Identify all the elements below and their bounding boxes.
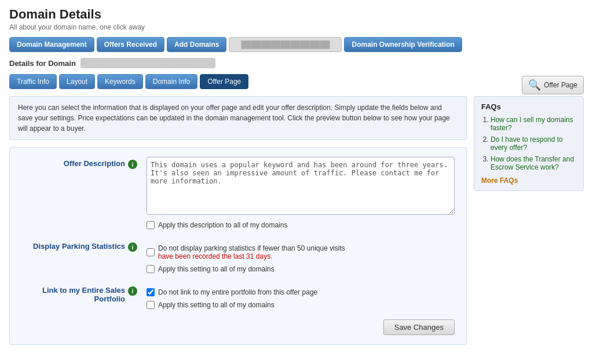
form-panel: Offer Description i This domain uses a p… [9, 147, 467, 345]
display-parking-apply-all-label: Apply this setting to all of my domains [158, 265, 274, 273]
parking-note: have been recorded the last 31 days. [158, 252, 272, 260]
display-parking-no-display-row: Do not display parking statistics if few… [147, 244, 455, 260]
link-portfolio-no-link-checkbox[interactable] [147, 288, 155, 296]
page-title: Domain Details [9, 7, 584, 22]
main-content: Here you can select the information that… [9, 96, 584, 345]
link-portfolio-row: Link to my Entire Sales Portfolio i Do n… [21, 284, 455, 309]
add-domains-button[interactable]: Add Domains [167, 37, 226, 52]
details-label: Details for Domain [9, 59, 76, 68]
top-nav: Domain Management Offers Received Add Do… [9, 37, 584, 52]
display-parking-apply-all-row: Apply this setting to all of my domains [147, 265, 455, 273]
offer-description-info-icon[interactable]: i [128, 160, 137, 169]
link-portfolio-apply-all-checkbox[interactable] [147, 301, 155, 309]
faq-list: How can I sell my domains faster? Do I h… [481, 116, 576, 171]
offer-description-textarea[interactable]: This domain uses a popular keyword and h… [147, 157, 455, 215]
left-panel: Here you can select the information that… [9, 96, 467, 345]
link-portfolio-label: Link to my Entire Sales Portfolio [21, 286, 125, 303]
save-row: Save Changes [21, 319, 455, 335]
magnifier-icon: 🔍 [528, 79, 541, 91]
faq-link-2[interactable]: Do I have to respond to every offer? [490, 135, 563, 152]
display-parking-row: Display Parking Statistics i Do not disp… [21, 240, 455, 273]
sub-tabs: Traffic Info Layout Keywords Domain Info… [9, 74, 248, 89]
save-changes-button[interactable]: Save Changes [383, 319, 455, 335]
offer-description-apply-all-label: Apply this description to all of my doma… [158, 221, 287, 229]
domain-ownership-button[interactable]: Domain Ownership Verification [344, 37, 462, 52]
domain-display: ██████████████████ [229, 37, 342, 52]
display-parking-label: Display Parking Statistics [33, 242, 125, 251]
description-text: Here you can select the information that… [9, 96, 467, 140]
offer-description-field: This domain uses a popular keyword and h… [147, 157, 455, 229]
faq-link-1[interactable]: How can I sell my domains faster? [490, 116, 573, 132]
page-subtitle: All about your domain name, one click aw… [9, 23, 584, 31]
link-portfolio-no-link-label: Do not link to my entire portfolio from … [158, 288, 317, 296]
offer-description-row: Offer Description i This domain uses a p… [21, 157, 455, 229]
faq-item-1: How can I sell my domains faster? [490, 116, 576, 132]
tab-domain-info[interactable]: Domain Info [145, 74, 198, 89]
offer-page-btn-label: Offer Page [544, 81, 577, 89]
faq-item-2: Do I have to respond to every offer? [490, 135, 576, 152]
link-portfolio-info-icon[interactable]: i [128, 286, 137, 296]
offer-description-label: Offer Description [64, 159, 125, 168]
more-faqs-link[interactable]: More FAQs [481, 177, 518, 185]
tab-offer-page[interactable]: Offer Page [200, 74, 248, 89]
tab-traffic-info[interactable]: Traffic Info [9, 74, 57, 89]
faq-link-3[interactable]: How does the Transfer and Escrow Service… [490, 155, 574, 171]
faq-item-3: How does the Transfer and Escrow Service… [490, 155, 576, 171]
right-panel: FAQs How can I sell my domains faster? D… [474, 96, 584, 345]
details-row: Details for Domain ██████████████████ [9, 58, 584, 68]
display-parking-no-display-checkbox[interactable] [147, 248, 155, 256]
offers-received-button[interactable]: Offers Received [97, 37, 164, 52]
offer-description-apply-all-checkbox[interactable] [147, 221, 155, 229]
domain-management-button[interactable]: Domain Management [9, 37, 94, 52]
offer-page-preview-button[interactable]: 🔍 Offer Page [522, 76, 584, 94]
display-parking-apply-all-checkbox[interactable] [147, 265, 155, 273]
tab-layout[interactable]: Layout [59, 74, 95, 89]
details-domain-name: ██████████████████ [80, 58, 215, 68]
display-parking-no-display-label: Do not display parking statistics if few… [158, 244, 345, 260]
sub-tabs-wrapper: Traffic Info Layout Keywords Domain Info… [9, 74, 584, 96]
link-portfolio-apply-all-row: Apply this setting to all of my domains [147, 301, 455, 309]
link-portfolio-field: Do not link to my entire portfolio from … [147, 284, 455, 309]
link-portfolio-no-link-row: Do not link to my entire portfolio from … [147, 288, 455, 296]
link-portfolio-apply-all-label: Apply this setting to all of my domains [158, 301, 274, 309]
faq-title: FAQs [481, 102, 576, 111]
offer-description-apply-all-row: Apply this description to all of my doma… [147, 221, 455, 229]
display-parking-info-icon[interactable]: i [128, 242, 137, 252]
faq-box: FAQs How can I sell my domains faster? D… [474, 96, 584, 191]
display-parking-field: Do not display parking statistics if few… [147, 240, 455, 273]
tab-keywords[interactable]: Keywords [97, 74, 143, 89]
